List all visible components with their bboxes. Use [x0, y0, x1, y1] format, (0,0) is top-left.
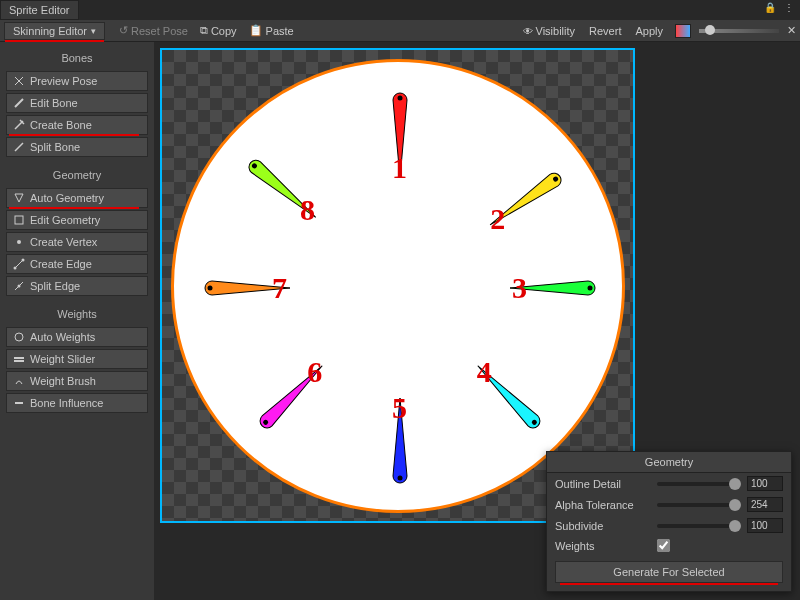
geometry-settings-panel: Geometry Outline Detail 100 Alpha Tolera…: [546, 451, 792, 592]
generate-for-selected-button[interactable]: Generate For Selected: [555, 561, 783, 583]
preview-pose-icon: [13, 75, 25, 87]
svg-point-1: [17, 240, 21, 244]
auto-geometry-icon: [13, 192, 25, 204]
weight-slider-button[interactable]: Weight Slider: [6, 349, 148, 369]
bone-number-4: 4: [477, 355, 492, 389]
split-bone-icon: [13, 141, 25, 153]
bone-number-1: 1: [392, 151, 407, 185]
create-bone-icon: [13, 119, 25, 131]
outline-detail-label: Outline Detail: [555, 478, 651, 490]
preview-pose-button[interactable]: Preview Pose: [6, 71, 148, 91]
svg-point-4: [18, 285, 21, 288]
geometry-settings-title: Geometry: [547, 452, 791, 473]
subdivide-value[interactable]: 100: [747, 518, 783, 533]
svg-point-5: [15, 333, 23, 341]
revert-button[interactable]: Revert: [583, 23, 627, 39]
alpha-tolerance-slider[interactable]: [657, 503, 741, 507]
apply-button[interactable]: Apply: [629, 23, 669, 39]
split-bone-button[interactable]: Split Bone: [6, 137, 148, 157]
create-edge-button[interactable]: Create Edge: [6, 254, 148, 274]
bone-number-8: 8: [300, 193, 315, 227]
weights-panel-title: Weights: [6, 304, 148, 324]
svg-rect-7: [14, 360, 24, 362]
mode-dropdown-label: Skinning Editor: [13, 25, 87, 37]
paste-button[interactable]: 📋 Paste: [243, 22, 300, 39]
reset-icon: ↺: [119, 24, 128, 37]
copy-icon: ⧉: [200, 24, 208, 37]
mode-dropdown[interactable]: Skinning Editor: [4, 22, 105, 40]
weight-slider-icon: [13, 353, 25, 365]
weights-checkbox[interactable]: [657, 539, 670, 552]
auto-weights-button[interactable]: Auto Weights: [6, 327, 148, 347]
weights-label: Weights: [555, 540, 651, 552]
edit-geometry-button[interactable]: Edit Geometry: [6, 210, 148, 230]
tool-sidebar: Bones Preview Pose Edit Bone Create Bone…: [0, 42, 154, 600]
split-edge-icon: [13, 280, 25, 292]
split-edge-button[interactable]: Split Edge: [6, 276, 148, 296]
bone-influence-button[interactable]: Bone Influence: [6, 393, 148, 413]
svg-point-3: [22, 259, 25, 262]
svg-point-2: [14, 267, 17, 270]
bone-number-2: 2: [490, 202, 505, 236]
color-swatch[interactable]: [675, 24, 691, 38]
edit-bone-icon: [13, 97, 25, 109]
subdivide-label: Subdivide: [555, 520, 651, 532]
opacity-slider[interactable]: [699, 29, 779, 33]
panel-menu-icon[interactable]: ⋮: [784, 2, 794, 13]
svg-point-10: [587, 285, 592, 290]
bones-panel: Bones Preview Pose Edit Bone Create Bone…: [6, 48, 148, 157]
edit-geometry-icon: [13, 214, 25, 226]
bone-number-7: 7: [272, 271, 287, 305]
create-bone-button[interactable]: Create Bone: [6, 115, 148, 135]
subdivide-slider[interactable]: [657, 524, 741, 528]
geometry-panel-title: Geometry: [6, 165, 148, 185]
window-tab-sprite-editor[interactable]: Sprite Editor: [0, 0, 79, 20]
outline-detail-slider[interactable]: [657, 482, 741, 486]
visibility-button[interactable]: Visibility: [517, 23, 582, 39]
svg-rect-6: [14, 357, 24, 359]
toolbar: Skinning Editor ↺ Reset Pose ⧉ Copy 📋 Pa…: [0, 20, 800, 42]
weight-brush-button[interactable]: Weight Brush: [6, 371, 148, 391]
copy-button[interactable]: ⧉ Copy: [194, 22, 243, 39]
create-edge-icon: [13, 258, 25, 270]
weight-brush-icon: [13, 375, 25, 387]
geometry-panel: Geometry Auto Geometry Edit Geometry Cre…: [6, 165, 148, 296]
bone-number-5: 5: [392, 391, 407, 425]
reset-pose-button[interactable]: ↺ Reset Pose: [113, 22, 194, 39]
alpha-tolerance-label: Alpha Tolerance: [555, 499, 651, 511]
eye-icon: [523, 25, 533, 37]
create-vertex-icon: [13, 236, 25, 248]
alpha-tolerance-value[interactable]: 254: [747, 497, 783, 512]
svg-rect-0: [15, 216, 23, 224]
bone-number-6: 6: [307, 355, 322, 389]
bone-influence-icon: [13, 397, 25, 409]
edit-bone-button[interactable]: Edit Bone: [6, 93, 148, 113]
auto-weights-icon: [13, 331, 25, 343]
settings-icon[interactable]: ✕: [787, 24, 796, 37]
weights-panel: Weights Auto Weights Weight Slider Weigh…: [6, 304, 148, 413]
bones-panel-title: Bones: [6, 48, 148, 68]
bone-number-3: 3: [512, 271, 527, 305]
auto-geometry-button[interactable]: Auto Geometry: [6, 188, 148, 208]
lock-icon[interactable]: 🔒: [764, 2, 776, 13]
outline-detail-value[interactable]: 100: [747, 476, 783, 491]
create-vertex-button[interactable]: Create Vertex: [6, 232, 148, 252]
paste-icon: 📋: [249, 24, 263, 37]
